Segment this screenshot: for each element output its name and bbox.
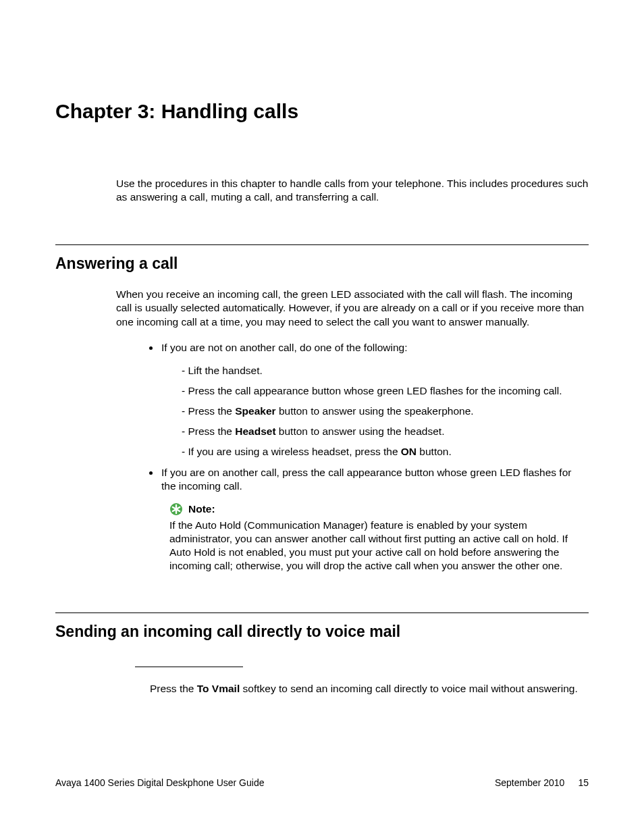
- text-run: - Press the: [182, 425, 235, 437]
- section2-body: Press the To Vmail softkey to send an in…: [150, 683, 578, 694]
- bullet-lead: If you are not on another call, do one o…: [161, 342, 408, 353]
- bold-run: Headset: [235, 425, 275, 437]
- note-label: Note:: [188, 502, 215, 516]
- text-run: button to answer using the headset.: [276, 425, 445, 437]
- bold-run: To Vmail: [197, 683, 240, 694]
- section1-intro: When you receive an incoming call, the g…: [116, 288, 589, 328]
- footer-page-number: 15: [578, 777, 589, 788]
- dash-item: - If you are using a wireless headset, p…: [182, 445, 589, 459]
- dash-item: - Press the Speaker button to answer usi…: [182, 405, 589, 418]
- dash-list: - Lift the handset. - Press the call app…: [182, 364, 589, 459]
- bold-run: ON: [401, 446, 417, 457]
- bold-run: Speaker: [235, 405, 275, 417]
- dash-item: - Press the call appearance button whose…: [182, 384, 589, 398]
- text-run: softkey to send an incoming call directl…: [240, 683, 578, 694]
- page-footer: Avaya 1400 Series Digital Deskphone User…: [55, 777, 589, 788]
- dash-item: - Lift the handset.: [182, 364, 589, 377]
- text-run: - Press the: [182, 405, 235, 417]
- bullet-body: If you are on another call, press the ca…: [161, 467, 571, 492]
- section-heading-answering: Answering a call: [55, 255, 589, 273]
- list-item: If you are on another call, press the ca…: [160, 466, 589, 573]
- dash-item: - Press the Headset button to answer usi…: [182, 425, 589, 438]
- list-item: If you are not on another call, do one o…: [160, 341, 589, 459]
- note-body: If the Auto Hold (Communication Manager)…: [169, 519, 589, 573]
- text-run: button to answer using the speakerphone.: [276, 405, 474, 417]
- text-run: - If you are using a wireless headset, p…: [182, 446, 401, 457]
- note-block: Note: If the Auto Hold (Communication Ma…: [169, 502, 589, 573]
- short-divider: [135, 667, 243, 667]
- footer-date: September 2010: [495, 777, 565, 788]
- text-run: Press the: [150, 683, 197, 694]
- text-run: button.: [417, 446, 452, 457]
- section-divider: [55, 613, 589, 613]
- note-asterisk-icon: [169, 502, 183, 516]
- bullet-list: If you are not on another call, do one o…: [116, 341, 589, 573]
- footer-doc-title: Avaya 1400 Series Digital Deskphone User…: [55, 777, 264, 788]
- section-divider: [55, 244, 589, 245]
- chapter-title: Chapter 3: Handling calls: [55, 100, 589, 123]
- chapter-intro: Use the procedures in this chapter to ha…: [116, 177, 589, 204]
- section-heading-voicemail: Sending an incoming call directly to voi…: [55, 623, 589, 641]
